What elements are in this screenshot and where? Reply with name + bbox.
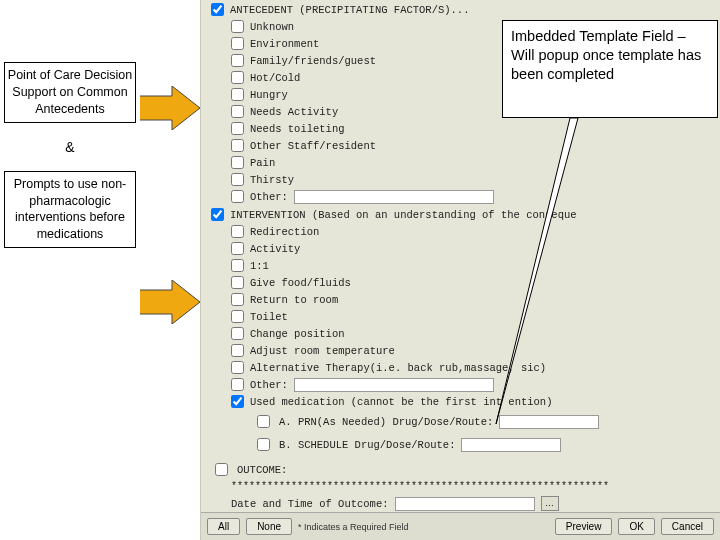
intervention-item-checkbox[interactable]	[231, 259, 244, 272]
antecedent-item-checkbox[interactable]	[231, 71, 244, 84]
intervention-item: Change position	[201, 325, 720, 342]
antecedent-item-label: Needs Activity	[250, 106, 338, 118]
ampersand: &	[0, 139, 140, 155]
intervention-item: Give food/fluids	[201, 274, 720, 291]
all-button[interactable]: All	[207, 518, 240, 535]
required-note: * Indicates a Required Field	[298, 522, 409, 532]
intervention-item-label: Change position	[250, 328, 345, 340]
svg-marker-1	[132, 280, 200, 324]
med-schedule-row: B. SCHEDULE Drug/Dose/Route:	[201, 433, 720, 456]
antecedent-checkbox[interactable]	[211, 3, 224, 16]
used-med-row: Used medication (cannot be the first int…	[201, 393, 720, 410]
antecedent-item-checkbox[interactable]	[231, 88, 244, 101]
svg-marker-2	[496, 118, 578, 424]
info-box-antecedents: Point of Care Decision Support on Common…	[4, 62, 136, 123]
intervention-item-checkbox[interactable]	[231, 276, 244, 289]
outcome-dt-input[interactable]	[395, 497, 535, 511]
callout-tail-icon	[490, 116, 580, 426]
antecedent-item-label: Unknown	[250, 21, 294, 33]
cancel-button[interactable]: Cancel	[661, 518, 714, 535]
intervention-header[interactable]: INTERVENTION (Based on an understanding …	[201, 205, 720, 223]
intervention-checkbox[interactable]	[211, 208, 224, 221]
antecedent-item-checkbox[interactable]	[231, 173, 244, 186]
antecedent-item-label: Needs toileting	[250, 123, 345, 135]
antecedent-other-label: Other:	[250, 191, 288, 203]
intervention-item: 1:1	[201, 257, 720, 274]
preview-button[interactable]: Preview	[555, 518, 613, 535]
intervention-item-label: Adjust room temperature	[250, 345, 395, 357]
med-schedule-input[interactable]	[461, 438, 561, 452]
antecedent-item: Other Staff/resident	[201, 137, 720, 154]
antecedent-item-label: Hungry	[250, 89, 288, 101]
antecedent-item-checkbox[interactable]	[231, 20, 244, 33]
intervention-item-checkbox[interactable]	[231, 327, 244, 340]
outcome-dt-picker-button[interactable]: …	[541, 496, 559, 511]
antecedent-item: Pain	[201, 154, 720, 171]
intervention-other-checkbox[interactable]	[231, 378, 244, 391]
intervention-item: Toilet	[201, 308, 720, 325]
intervention-item-label: Give food/fluids	[250, 277, 351, 289]
button-bar: All None * Indicates a Required Field Pr…	[201, 512, 720, 540]
none-button[interactable]: None	[246, 518, 292, 535]
info-box-interventions: Prompts to use non-pharmacologic interve…	[4, 171, 136, 249]
intervention-item-checkbox[interactable]	[231, 361, 244, 374]
intervention-item: Adjust room temperature	[201, 342, 720, 359]
antecedent-header[interactable]: ANTECEDENT (PRECIPITATING FACTOR/S)...	[201, 0, 720, 18]
antecedent-item: Needs toileting	[201, 120, 720, 137]
antecedent-item-label: Pain	[250, 157, 275, 169]
antecedent-item-checkbox[interactable]	[231, 54, 244, 67]
intervention-other-row: Other:	[201, 376, 720, 393]
intervention-item-checkbox[interactable]	[231, 293, 244, 306]
intervention-other-input[interactable]	[294, 378, 494, 392]
intervention-item: Activity	[201, 240, 720, 257]
antecedent-item-checkbox[interactable]	[231, 105, 244, 118]
intervention-item-checkbox[interactable]	[231, 344, 244, 357]
intervention-item-label: 1:1	[250, 260, 269, 272]
intervention-other-label: Other:	[250, 379, 288, 391]
divider-stars: ****************************************…	[201, 481, 720, 492]
med-schedule-checkbox[interactable]	[257, 438, 270, 451]
med-prn-label: A. PRN(As Needed) Drug/Dose/Route:	[279, 416, 493, 428]
intervention-item: Alternative Therapy(i.e. back rub,massag…	[201, 359, 720, 376]
antecedent-item-label: Other Staff/resident	[250, 140, 376, 152]
antecedent-item-label: Environment	[250, 38, 319, 50]
svg-marker-0	[132, 86, 200, 130]
antecedent-title: ANTECEDENT (PRECIPITATING FACTOR/S)...	[230, 4, 469, 16]
arrow-icon	[132, 280, 200, 324]
antecedent-item-checkbox[interactable]	[231, 122, 244, 135]
used-med-checkbox[interactable]	[231, 395, 244, 408]
antecedent-item: Thirsty	[201, 171, 720, 188]
arrow-icon	[132, 86, 200, 130]
antecedent-item-checkbox[interactable]	[231, 156, 244, 169]
antecedent-item-label: Thirsty	[250, 174, 294, 186]
intervention-item-label: Toilet	[250, 311, 288, 323]
outcome-dt-label: Date and Time of Outcome:	[231, 498, 389, 510]
antecedent-item-label: Family/friends/guest	[250, 55, 376, 67]
outcome-header[interactable]: OUTCOME:	[201, 456, 720, 481]
outcome-label: OUTCOME:	[237, 464, 287, 476]
intervention-item-label: Redirection	[250, 226, 319, 238]
intervention-item: Redirection	[201, 223, 720, 240]
left-panel: Point of Care Decision Support on Common…	[0, 0, 140, 540]
antecedent-item-label: Hot/Cold	[250, 72, 300, 84]
antecedent-other-row: Other:	[201, 188, 720, 205]
intervention-item: Return to room	[201, 291, 720, 308]
intervention-item-label: Return to room	[250, 294, 338, 306]
med-prn-row: A. PRN(As Needed) Drug/Dose/Route:	[201, 410, 720, 433]
intervention-item-checkbox[interactable]	[231, 310, 244, 323]
med-prn-checkbox[interactable]	[257, 415, 270, 428]
intervention-item-checkbox[interactable]	[231, 225, 244, 238]
antecedent-other-checkbox[interactable]	[231, 190, 244, 203]
callout-box: Imbedded Template Field – Will popup onc…	[502, 20, 718, 118]
antecedent-item-checkbox[interactable]	[231, 37, 244, 50]
intervention-item-label: Activity	[250, 243, 300, 255]
outcome-checkbox[interactable]	[215, 463, 228, 476]
ok-button[interactable]: OK	[618, 518, 654, 535]
antecedent-other-input[interactable]	[294, 190, 494, 204]
antecedent-item-checkbox[interactable]	[231, 139, 244, 152]
intervention-item-checkbox[interactable]	[231, 242, 244, 255]
med-schedule-label: B. SCHEDULE Drug/Dose/Route:	[279, 439, 455, 451]
